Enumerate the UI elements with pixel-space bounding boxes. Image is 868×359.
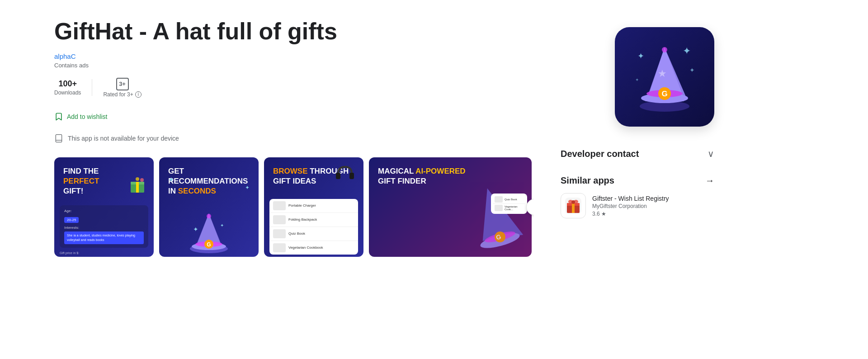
svg-point-16: [207, 214, 211, 218]
svg-text:G: G: [207, 241, 211, 248]
svg-text:✦: ✦: [193, 226, 198, 233]
rated-label: Rated for 3+ i: [103, 91, 141, 98]
developer-contact-chevron: ∨: [708, 148, 714, 159]
not-available-text: This app is not available for your devic…: [68, 135, 179, 142]
giftster-app-name: Giftster - Wish List Registry: [592, 195, 714, 202]
not-available-notice: This app is not available for your devic…: [54, 134, 533, 143]
gift-box-icon: [128, 175, 146, 194]
developer-contact-title: Developer contact: [561, 149, 639, 159]
contains-ads-label: Contains ads: [54, 62, 533, 69]
app-title: GiftHat - A hat full of gifts: [54, 18, 533, 45]
app-icon-graphic: ✦ ✦ ✦ ✦ G: [624, 36, 705, 118]
downloads-label: Downloads: [54, 90, 81, 96]
app-icon: ✦ ✦ ✦ ✦ G: [615, 27, 714, 127]
right-sidebar: ✦ ✦ ✦ ✦ G: [561, 18, 714, 257]
add-to-wishlist-button[interactable]: Add to wishlist: [54, 109, 107, 125]
similar-apps-arrow-icon: →: [705, 175, 714, 186]
downloads-stat: 100+ Downloads: [54, 79, 92, 96]
svg-text:✦: ✦: [683, 45, 691, 57]
svg-rect-41: [572, 203, 575, 213]
screenshot-magical: MAGICAL AI-POWERED GIFT FINDER G: [369, 157, 532, 257]
bookmark-icon: [54, 112, 63, 121]
svg-rect-4: [136, 182, 139, 193]
developer-contact-section: Developer contact ∨: [561, 145, 714, 163]
rating-badge: 3+: [116, 78, 129, 90]
developer-contact-header[interactable]: Developer contact ∨: [561, 145, 714, 163]
info-icon[interactable]: i: [135, 91, 142, 98]
screenshot-find-gift: FIND THE PERFECT GIFT! Age: 20-25 Intere…: [54, 157, 154, 257]
wizard-hat-icon-2: G ✦ ✦: [184, 209, 234, 257]
svg-text:✦: ✦: [635, 77, 639, 82]
giftster-rating-value: 3.6: [592, 211, 600, 217]
svg-text:★: ★: [658, 68, 667, 79]
app-icon-container: ✦ ✦ ✦ ✦ G: [561, 27, 714, 127]
svg-point-35: [662, 47, 667, 52]
svg-point-6: [136, 177, 139, 181]
similar-app-item[interactable]: Giftster - Wish List Registry MyGiftster…: [561, 193, 714, 218]
downloads-value: 100+: [58, 79, 77, 89]
rating-icon: 3+: [116, 78, 129, 90]
giftster-app-rating: 3.6 ★: [592, 211, 714, 217]
similar-apps-title: Similar apps: [561, 175, 614, 186]
developer-name[interactable]: alphaC: [54, 52, 533, 60]
svg-text:G: G: [661, 90, 667, 98]
wishlist-label: Add to wishlist: [67, 113, 107, 120]
screenshot-recommendations: GET RECOMMENDATIONS IN SECONDS: [159, 157, 259, 257]
rating-stat: 3+ Rated for 3+ i: [103, 78, 152, 98]
giftster-app-info: Giftster - Wish List Registry MyGiftster…: [592, 195, 714, 217]
svg-text:✦: ✦: [689, 66, 695, 74]
svg-point-44: [571, 200, 575, 204]
giftster-app-icon: [561, 193, 586, 218]
svg-text:✦: ✦: [637, 52, 644, 61]
screenshots-section: FIND THE PERFECT GIFT! Age: 20-25 Intere…: [54, 157, 533, 257]
svg-rect-18: [349, 173, 354, 179]
svg-point-5: [140, 178, 144, 182]
tablet-icon: [54, 134, 63, 143]
stats-row: 100+ Downloads 3+ Rated for 3+ i: [54, 78, 533, 98]
giftster-app-developer: MyGiftster Corporation: [592, 203, 714, 209]
similar-apps-section: Similar apps →: [561, 175, 714, 218]
svg-rect-0: [56, 134, 61, 142]
screenshots-row: FIND THE PERFECT GIFT! Age: 20-25 Intere…: [54, 157, 533, 257]
giftster-icon-graphic: [562, 195, 584, 217]
svg-rect-17: [336, 173, 340, 179]
screenshot-2-text: GET RECOMMENDATIONS IN SECONDS: [159, 157, 259, 205]
headphones-icon: [334, 165, 356, 183]
giftster-star-icon: ★: [601, 211, 606, 217]
similar-apps-header[interactable]: Similar apps →: [561, 175, 714, 186]
screenshot-browse: BROWSE THROUGH GIFT IDEAS: [264, 157, 363, 257]
svg-text:✦: ✦: [220, 223, 224, 228]
